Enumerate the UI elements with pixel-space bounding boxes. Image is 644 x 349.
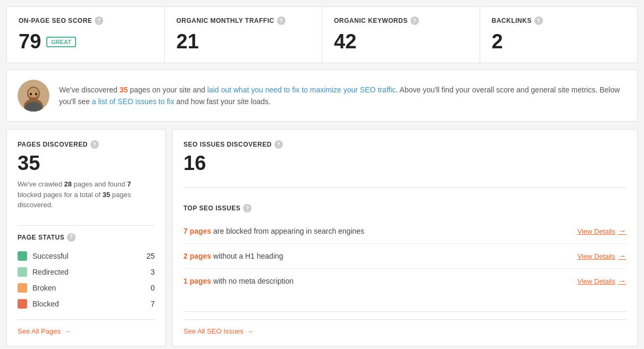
seo-issues-label: SEO ISSUES DISCOVERED ? [183, 140, 626, 149]
status-count: 25 [146, 252, 155, 260]
metric-value-keywords: 42 [334, 30, 468, 53]
view-details-label: View Details [578, 277, 615, 285]
metric-value-traffic: 21 [177, 30, 311, 53]
metric-value-backlinks: 2 [492, 30, 626, 53]
help-icon-backlinks[interactable]: ? [534, 16, 543, 25]
info-text-3: laid out what you need to fix to maximiz… [207, 86, 396, 94]
svg-point-5 [35, 93, 37, 96]
view-details-label: View Details [578, 227, 615, 235]
issue-row: 1 pages with no meta description View De… [183, 269, 626, 293]
info-text-6: and how fast your site loads. [174, 97, 271, 106]
metric-title-seo: ON-PAGE SEO SCORE [19, 17, 92, 24]
see-all-issues-link[interactable]: See All SEO Issues → [183, 319, 626, 335]
issue-prefix: 7 pages [183, 227, 211, 235]
status-item: Successful 25 [18, 248, 155, 264]
info-highlight-pages: 35 [120, 86, 128, 94]
crawl-text-2: pages and found [72, 180, 127, 188]
view-details-link[interactable]: View Details → [578, 251, 626, 261]
arrow-right-icon: → [618, 226, 626, 236]
see-all-pages-link[interactable]: See All Pages → [18, 319, 155, 335]
crawl-description: We've crawled 28 pages and found 7 block… [18, 179, 155, 210]
info-text-2: pages on your site and [128, 86, 207, 94]
crawled-pages: 28 [64, 180, 72, 188]
crawl-text-3: blocked pages for a total of [18, 191, 103, 199]
issue-prefix: 2 pages [183, 252, 211, 260]
pages-count: 35 [18, 152, 155, 175]
metric-card-seo: ON-PAGE SEO SCORE ? 79 GREAT [7, 7, 165, 63]
metric-title-keywords: ORGANIC KEYWORDS [334, 17, 408, 24]
issue-description: without a H1 heading [213, 252, 283, 260]
view-details-link[interactable]: View Details → [578, 276, 626, 286]
top-issues-label: TOP SEO ISSUES [183, 205, 240, 212]
metric-label-traffic: ORGANIC MONTHLY TRAFFIC ? [177, 16, 311, 25]
page-status-title: PAGE STATUS ? [18, 233, 155, 242]
help-icon-seo[interactable]: ? [95, 16, 103, 25]
metric-label-backlinks: BACKLINKS ? [492, 16, 626, 25]
status-dot [18, 299, 27, 309]
page-status-label: PAGE STATUS [18, 234, 64, 241]
help-icon-issues[interactable]: ? [274, 140, 283, 149]
right-panel: SEO ISSUES DISCOVERED ? 16 TOP SEO ISSUE… [172, 129, 638, 346]
avatar-svg [18, 80, 49, 112]
see-all-issues-arrow: → [247, 327, 254, 335]
traffic-number: 21 [177, 30, 199, 53]
metric-card-backlinks: BACKLINKS ? 2 [480, 7, 638, 63]
backlinks-number: 2 [492, 30, 503, 53]
blocked-count: 7 [127, 180, 131, 188]
info-text-1: We've discovered [59, 86, 120, 94]
right-footer: See All SEO Issues → [183, 311, 626, 335]
metric-card-traffic: ORGANIC MONTHLY TRAFFIC ? 21 [165, 7, 323, 63]
see-all-issues-label: See All SEO Issues [183, 327, 244, 335]
avatar [18, 80, 49, 112]
total-pages: 35 [103, 191, 110, 199]
issue-row: 2 pages without a H1 heading View Detail… [183, 244, 626, 269]
help-icon-pages[interactable]: ? [90, 140, 99, 149]
status-item: Redirected 3 [18, 264, 155, 280]
status-count: 7 [150, 300, 155, 308]
seo-issues-count: 16 [183, 152, 626, 175]
see-all-pages-arrow: → [64, 327, 71, 335]
issue-text: 7 pages are blocked from appearing in se… [183, 227, 567, 235]
view-details-label: View Details [578, 252, 615, 260]
seo-badge: GREAT [46, 37, 76, 47]
help-icon-traffic[interactable]: ? [277, 16, 286, 25]
page-wrapper: ON-PAGE SEO SCORE ? 79 GREAT ORGANIC MON… [0, 0, 644, 349]
help-icon-top-issues[interactable]: ? [243, 204, 252, 212]
view-details-link[interactable]: View Details → [578, 226, 626, 236]
info-banner: We've discovered 35 pages on your site a… [6, 70, 638, 122]
seo-issues-title: SEO ISSUES DISCOVERED [183, 141, 272, 148]
bottom-row: PAGES DISCOVERED ? 35 We've crawled 28 p… [6, 129, 638, 346]
issue-row: 7 pages are blocked from appearing in se… [183, 219, 626, 244]
metric-card-keywords: ORGANIC KEYWORDS ? 42 [322, 7, 480, 63]
info-text: We've discovered 35 pages on your site a… [59, 84, 626, 108]
issue-text: 1 pages with no meta description [183, 277, 567, 285]
info-text-5: a list of SEO issues to fix [92, 97, 174, 106]
issue-prefix: 1 pages [183, 277, 211, 285]
status-name: Blocked [32, 300, 150, 308]
metric-title-traffic: ORGANIC MONTHLY TRAFFIC [177, 17, 274, 24]
help-icon-keywords[interactable]: ? [411, 16, 419, 25]
help-icon-status[interactable]: ? [67, 233, 76, 242]
metric-label-seo: ON-PAGE SEO SCORE ? [19, 16, 153, 25]
svg-point-4 [30, 93, 32, 96]
seo-score-number: 79 [19, 30, 41, 53]
status-item: Broken 0 [18, 280, 155, 296]
status-item: Blocked 7 [18, 296, 155, 312]
metric-label-keywords: ORGANIC KEYWORDS ? [334, 16, 468, 25]
status-list: Successful 25 Redirected 3 Broken 0 Bloc… [18, 248, 155, 312]
see-all-pages-label: See All Pages [18, 327, 61, 335]
pages-discovered-label: PAGES DISCOVERED ? [18, 140, 155, 149]
svg-point-3 [28, 88, 39, 98]
issue-description: are blocked from appearing in search eng… [213, 227, 364, 235]
left-panel: PAGES DISCOVERED ? 35 We've crawled 28 p… [6, 129, 166, 346]
divider-1 [18, 225, 155, 226]
status-name: Broken [32, 284, 150, 292]
keywords-number: 42 [334, 30, 356, 53]
metrics-row: ON-PAGE SEO SCORE ? 79 GREAT ORGANIC MON… [6, 6, 638, 63]
status-name: Successful [32, 252, 146, 260]
divider-2 [183, 188, 626, 188]
arrow-right-icon: → [618, 276, 626, 286]
crawl-text-1: We've crawled [18, 180, 64, 188]
issue-description: with no meta description [213, 277, 294, 285]
status-count: 0 [150, 284, 155, 292]
